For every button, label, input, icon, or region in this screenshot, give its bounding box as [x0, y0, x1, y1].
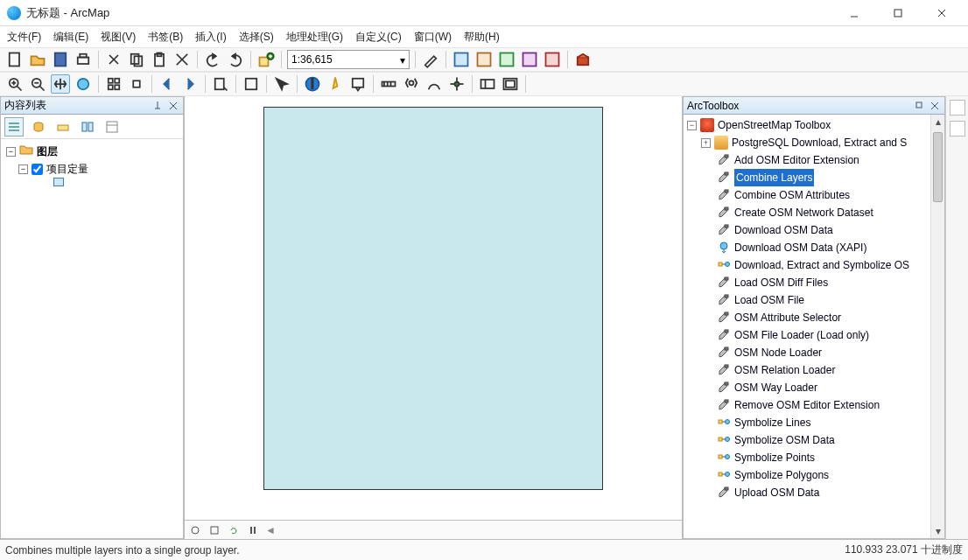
tool-item[interactable]: Symbolize Points	[685, 449, 943, 466]
prev-extent-icon[interactable]	[158, 74, 177, 94]
maximize-button[interactable]	[880, 1, 915, 25]
refresh-view-icon[interactable]	[227, 523, 241, 537]
pause-drawing-icon[interactable]	[246, 523, 260, 537]
toolbox-root[interactable]: −OpenStreetMap Toolbox	[685, 116, 943, 134]
find-route-icon[interactable]	[424, 74, 444, 94]
tool-item[interactable]: Load OSM File	[685, 291, 943, 309]
layer-visibility-checkbox[interactable]	[32, 164, 43, 175]
copy-icon[interactable]	[127, 50, 146, 69]
map-scale-combo[interactable]: 1:36,615 ▾	[287, 50, 410, 69]
viewer-window-icon[interactable]	[501, 74, 520, 94]
tool-item[interactable]: OSM Node Loader	[685, 344, 943, 361]
find-icon[interactable]	[402, 74, 421, 94]
tool-item[interactable]: Create OSM Network Dataset	[685, 204, 943, 221]
undo-icon[interactable]	[203, 50, 222, 69]
menu-item-6[interactable]: 地理处理(G)	[286, 30, 343, 45]
catalog-tab-icon[interactable]	[950, 100, 965, 116]
tool-item[interactable]: OSM Way Loader	[685, 379, 943, 396]
list-by-drawing-order-icon[interactable]	[4, 117, 24, 136]
identify-icon[interactable]: i	[303, 74, 322, 94]
menu-item-2[interactable]: 视图(V)	[101, 30, 136, 45]
editor-toolbar-icon[interactable]	[421, 50, 440, 69]
close-button[interactable]	[924, 1, 959, 25]
next-extent-icon[interactable]	[180, 74, 200, 94]
add-data-icon[interactable]	[256, 50, 276, 69]
clear-selection-icon[interactable]	[242, 74, 261, 94]
scroll-up-icon[interactable]: ▴	[931, 115, 944, 129]
data-view-icon[interactable]	[188, 523, 202, 537]
redo-icon[interactable]	[226, 50, 245, 69]
list-by-visibility-icon[interactable]	[53, 117, 73, 136]
hyperlink-icon[interactable]	[326, 74, 345, 94]
print-icon[interactable]	[74, 50, 93, 69]
tool-item[interactable]: Upload OSM Data	[685, 484, 943, 501]
tool-item[interactable]: Download OSM Data (XAPI)	[685, 239, 943, 256]
scroll-track[interactable]	[281, 525, 678, 536]
new-doc-icon[interactable]	[5, 50, 25, 69]
measure-icon[interactable]	[379, 74, 398, 94]
pan-icon[interactable]	[51, 74, 70, 94]
toc-root[interactable]: − 图层	[6, 143, 178, 160]
layout-canvas[interactable]	[185, 96, 682, 520]
catalog-window-icon[interactable]	[474, 50, 494, 69]
tool-item[interactable]: Symbolize Polygons	[685, 466, 943, 484]
menu-item-5[interactable]: 选择(S)	[239, 30, 274, 45]
close-panel-icon[interactable]	[929, 100, 941, 112]
tool-item[interactable]: OSM Attribute Selector	[685, 309, 943, 326]
python-window-icon[interactable]	[520, 50, 539, 69]
minimize-button[interactable]	[837, 1, 872, 25]
zoom-out-icon[interactable]	[28, 74, 47, 94]
toc-symbol[interactable]	[6, 178, 178, 186]
expand-icon[interactable]: +	[701, 138, 711, 148]
pin-icon[interactable]	[913, 100, 925, 112]
list-by-source-icon[interactable]	[29, 117, 48, 136]
tool-item[interactable]: Download OSM Data	[685, 221, 943, 239]
search-tab-icon[interactable]	[950, 121, 965, 136]
open-icon[interactable]	[28, 50, 47, 69]
vertical-scrollbar[interactable]: ▴ ▾	[930, 115, 944, 538]
expand-icon[interactable]: −	[687, 121, 697, 130]
html-popup-icon[interactable]	[348, 74, 368, 94]
tool-item[interactable]: Symbolize Lines	[685, 414, 943, 431]
save-icon[interactable]	[51, 50, 70, 69]
tool-item[interactable]: OSM Relation Loader	[685, 361, 943, 379]
menu-item-4[interactable]: 插入(I)	[195, 30, 226, 45]
list-by-selection-icon[interactable]	[78, 117, 97, 136]
tool-item[interactable]: Symbolize OSM Data	[685, 431, 943, 449]
pin-icon[interactable]	[151, 100, 164, 112]
menu-item-1[interactable]: 编辑(E)	[53, 30, 88, 45]
arctoolbox-window-icon[interactable]	[573, 50, 593, 69]
tool-item[interactable]: Remove OSM Editor Extension	[685, 396, 943, 414]
menu-item-8[interactable]: 窗口(W)	[414, 30, 452, 45]
options-icon[interactable]	[102, 117, 122, 136]
modelbuilder-icon[interactable]	[543, 50, 562, 69]
zoom-in-icon[interactable]	[5, 74, 25, 94]
full-extent-icon[interactable]	[74, 74, 93, 94]
fixed-zoom-in-icon[interactable]	[104, 74, 123, 94]
tool-item[interactable]: Load OSM Diff Files	[685, 274, 943, 291]
time-slider-icon[interactable]	[478, 74, 497, 94]
toc-window-icon[interactable]	[452, 50, 471, 69]
tool-item[interactable]: Add OSM Editor Extension	[685, 151, 943, 169]
delete-icon[interactable]	[172, 50, 192, 69]
search-window-icon[interactable]	[497, 50, 516, 69]
scroll-down-icon[interactable]: ▾	[931, 524, 944, 538]
toc-layer[interactable]: − 项目定量	[6, 160, 178, 178]
fixed-zoom-out-icon[interactable]	[127, 74, 146, 94]
layout-view-icon[interactable]	[207, 523, 221, 537]
tool-item[interactable]: Combine Layers	[685, 169, 943, 186]
select-elements-icon[interactable]	[272, 74, 291, 94]
close-panel-icon[interactable]	[167, 100, 179, 112]
paste-icon[interactable]	[150, 50, 169, 69]
toolset[interactable]: +PostgreSQL Download, Extract and S	[685, 134, 943, 151]
tool-item[interactable]: Combine OSM Attributes	[685, 186, 943, 204]
scroll-thumb[interactable]	[933, 132, 943, 202]
tool-item[interactable]: Download, Extract and Symbolize OS	[685, 256, 943, 274]
cut-icon[interactable]	[104, 50, 123, 69]
menu-item-9[interactable]: 帮助(H)	[464, 30, 500, 45]
menu-item-3[interactable]: 书签(B)	[148, 30, 183, 45]
select-features-icon[interactable]	[211, 74, 230, 94]
tool-item[interactable]: OSM File Loader (Load only)	[685, 326, 943, 344]
goto-xy-icon[interactable]	[447, 74, 466, 94]
menu-item-7[interactable]: 自定义(C)	[355, 30, 402, 45]
